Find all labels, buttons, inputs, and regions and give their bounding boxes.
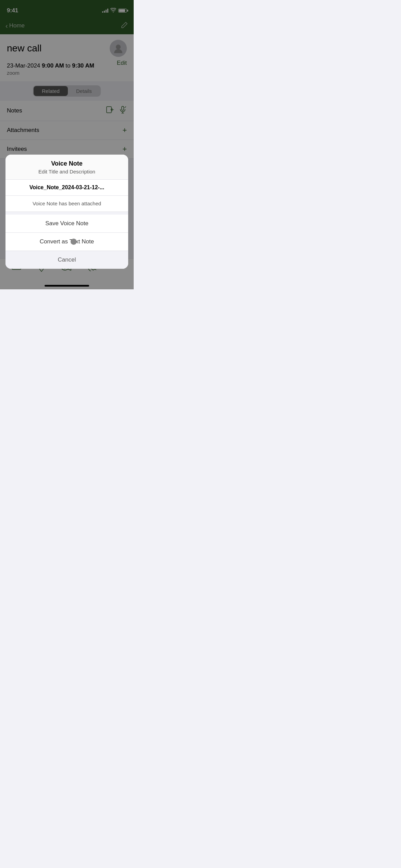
save-voice-note-label[interactable]: Save Voice Note (45, 220, 88, 227)
modal-attached-row: Voice Note has been attached (5, 196, 128, 212)
modal-subtitle[interactable]: Edit Title and Description (12, 169, 121, 174)
cancel-row[interactable]: Cancel (5, 251, 128, 269)
home-indicator (45, 285, 89, 287)
modal-filename: Voice_Note_2024-03-21-12-... (29, 184, 104, 190)
cancel-label[interactable]: Cancel (58, 256, 76, 263)
modal-attached-message: Voice Note has been attached (33, 201, 101, 206)
modal-spacer (5, 212, 128, 215)
loading-indicator (71, 239, 77, 245)
convert-text-note-row[interactable]: Convert as Text Note (5, 233, 128, 251)
modal-filename-row: Voice_Note_2024-03-21-12-... (5, 180, 128, 196)
modal-sheet: Voice Note Edit Title and Description Vo… (5, 155, 128, 269)
convert-text-note-label[interactable]: Convert as Text Note (40, 238, 94, 245)
save-voice-note-row[interactable]: Save Voice Note (5, 215, 128, 233)
modal-header: Voice Note Edit Title and Description (5, 155, 128, 180)
modal-title: Voice Note (12, 160, 121, 167)
